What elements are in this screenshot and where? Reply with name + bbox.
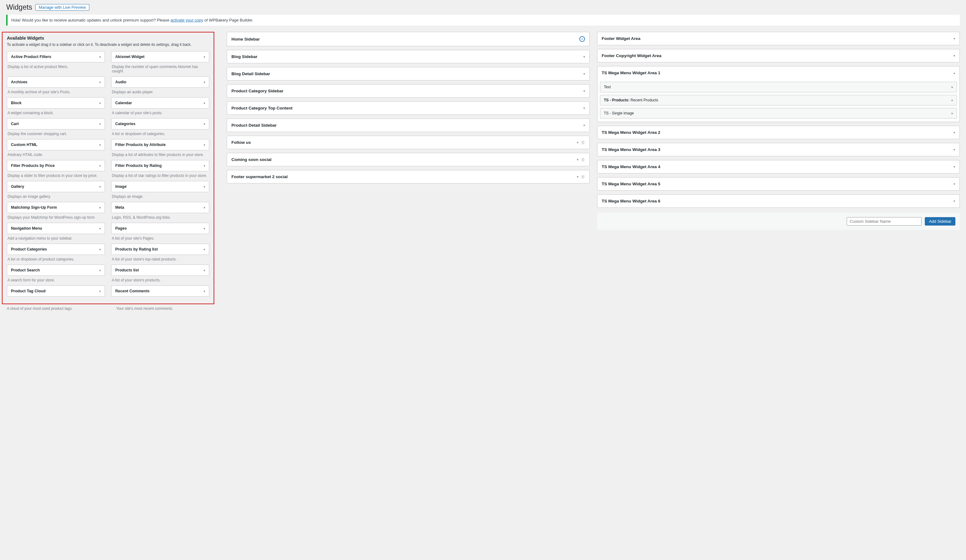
chevron-down-icon: ▾ (583, 124, 585, 127)
sidebar-area: Blog Detail Sidebar▾ (227, 67, 590, 80)
widget-item[interactable]: Block▾ (7, 97, 105, 108)
custom-sidebar-name-input[interactable] (847, 217, 922, 226)
sidebar-title: TS Mega Menu Widget Area 6 (602, 199, 660, 203)
sidebar-header[interactable]: Coming soon social▾🗑 (227, 153, 589, 166)
sidebar-header[interactable]: TS Mega Menu Widget Area 4▾ (598, 160, 960, 173)
chevron-down-icon: ▾ (204, 227, 205, 230)
inner-widget-title: TS - Products: Recent Products (604, 98, 658, 102)
sidebar-area: TS Mega Menu Widget Area 3▾ (597, 143, 960, 156)
sidebar-header[interactable]: Product Category Top Content▾ (227, 102, 589, 115)
widget-item[interactable]: Product Search▾ (7, 265, 105, 276)
trash-icon[interactable]: 🗑 (581, 157, 585, 162)
widget-desc: Display the number of spam comments Akis… (111, 65, 209, 73)
widget-item[interactable]: Filter Products by Rating▾ (111, 160, 209, 171)
widget-name: Pages (115, 226, 127, 231)
sidebar-title: Product Category Top Content (232, 106, 292, 110)
widget-item[interactable]: Archives▾ (7, 77, 105, 88)
widget-item[interactable]: Products by Rating list▾ (111, 244, 209, 255)
widget-item[interactable]: Recent Comments▾ (111, 285, 209, 297)
widget-item[interactable]: Calendar▾ (111, 97, 209, 108)
sidebar-header[interactable]: TS Mega Menu Widget Area 3▾ (598, 143, 960, 156)
widget-item[interactable]: Product Categories▾ (7, 244, 105, 255)
widget-name: Audio (115, 80, 126, 84)
chevron-down-icon: ▾ (953, 199, 955, 203)
widget-item[interactable]: Active Product Filters▾ (7, 51, 105, 62)
widget-desc: A widget containing a block. (7, 111, 105, 115)
chevron-down-icon: ▾ (204, 122, 205, 126)
chevron-down-icon: ▾ (577, 175, 578, 178)
chevron-down-icon: ▾ (204, 269, 205, 272)
widget-name: Mailchimp Sign-Up Form (11, 205, 57, 210)
sidebar-header[interactable]: TS Mega Menu Widget Area 2▾ (598, 126, 960, 139)
widget-desc: A list or dropdown of categories. (111, 132, 209, 136)
widget-desc: A list of your store's products. (111, 278, 209, 282)
widget-item[interactable]: Gallery▾ (7, 181, 105, 192)
chevron-down-icon: ▾ (204, 102, 205, 105)
widget-name: Custom HTML (11, 142, 38, 147)
widget-item[interactable]: Mailchimp Sign-Up Form▾ (7, 202, 105, 213)
widget-item[interactable]: Categories▾ (111, 118, 209, 129)
sidebar-header[interactable]: Blog Sidebar▾ (227, 50, 589, 63)
widget-desc: Display a list of star ratings to filter… (111, 174, 209, 178)
sidebar-title: TS Mega Menu Widget Area 1 (602, 70, 660, 75)
sidebar-header[interactable]: Footer supermarket 2 social▾🗑 (227, 170, 589, 183)
chevron-down-icon: ▾ (99, 122, 101, 126)
manage-live-preview-button[interactable]: Manage with Live Preview (35, 4, 89, 11)
widget-item[interactable]: Cart▾ (7, 118, 105, 129)
sidebar-header[interactable]: Follow us▾🗑 (227, 136, 589, 149)
widget-item[interactable]: Navigation Menu▾ (7, 223, 105, 234)
add-sidebar-button[interactable]: Add Sidebar (925, 217, 955, 226)
available-widgets-panel: Available Widgets To activate a widget d… (2, 32, 214, 304)
chevron-down-icon: ▾ (99, 185, 101, 188)
widget-item[interactable]: Audio▾ (111, 77, 209, 88)
available-widgets-title: Available Widgets (7, 36, 209, 41)
trash-icon[interactable]: 🗑 (581, 140, 585, 145)
sidebar-header[interactable]: Home Sidebar▾ (227, 32, 589, 46)
sidebar-title: Product Detail Sidebar (232, 123, 277, 128)
chevron-down-icon: ▾ (951, 85, 953, 89)
sidebar-area: Coming soon social▾🗑 (227, 153, 590, 166)
sidebar-widget-item[interactable]: TS - Products: Recent Products▾ (600, 95, 957, 105)
activate-link[interactable]: activate your copy (171, 18, 203, 23)
sidebar-header[interactable]: TS Mega Menu Widget Area 1 ▴ (598, 66, 960, 79)
widget-item[interactable]: Akismet Widget▾ (111, 51, 209, 62)
sidebar-title: Footer Copyright Widget Area (602, 53, 662, 58)
widget-desc: A calendar of your site's posts. (111, 111, 209, 115)
widget-item[interactable]: Product Tag Cloud▾ (7, 285, 105, 297)
widget-item[interactable]: Custom HTML▾ (7, 139, 105, 151)
widget-desc: Arbitrary HTML code. (7, 152, 105, 157)
widget-name: Filter Products by Price (11, 164, 55, 168)
sidebar-title: Footer supermarket 2 social (232, 174, 288, 179)
widget-name: Meta (115, 205, 124, 210)
widget-item[interactable]: Filter Products by Price▾ (7, 160, 105, 171)
sidebar-widget-item[interactable]: TS - Single Image▾ (600, 108, 957, 119)
widget-item[interactable]: Filter Products by Attribute▾ (111, 139, 209, 151)
widget-name: Product Categories (11, 247, 47, 251)
trash-icon[interactable]: 🗑 (581, 174, 585, 179)
sidebar-header[interactable]: Footer Copyright Widget Area▾ (598, 49, 960, 62)
sidebar-header[interactable]: Footer Widget Area▾ (598, 32, 960, 45)
widget-desc: Display a list of active product filters… (7, 65, 105, 69)
sidebar-title: TS Mega Menu Widget Area 4 (602, 164, 660, 169)
sidebar-title: Blog Sidebar (232, 54, 257, 59)
chevron-down-icon: ▾ (99, 143, 101, 147)
widget-desc: Display a list of attributes to filter p… (111, 152, 209, 157)
chevron-down-icon: ▾ (577, 141, 578, 144)
widget-desc: A list of your store's top-rated product… (111, 257, 209, 262)
widget-item[interactable]: Meta▾ (111, 202, 209, 213)
widget-item[interactable]: Products list▾ (111, 265, 209, 276)
sidebar-header[interactable]: TS Mega Menu Widget Area 6▾ (598, 195, 960, 208)
sidebar-header[interactable]: Product Detail Sidebar▾ (227, 119, 589, 132)
sidebar-widget-item[interactable]: Text▾ (600, 82, 957, 92)
widget-item[interactable]: Image▾ (111, 181, 209, 192)
chevron-down-icon: ▾ (99, 290, 101, 293)
widget-desc-overflow-right: Your site's most recent comments. (111, 306, 214, 311)
sidebar-header[interactable]: TS Mega Menu Widget Area 5▾ (598, 177, 960, 190)
sidebar-header[interactable]: Blog Detail Sidebar▾ (227, 67, 589, 80)
widget-name: Navigation Menu (11, 226, 42, 231)
page-title: Widgets (6, 3, 32, 11)
widget-name: Image (115, 184, 127, 189)
sidebar-header[interactable]: Product Category Sidebar▾ (227, 85, 589, 97)
widget-item[interactable]: Pages▾ (111, 223, 209, 234)
chevron-down-icon: ▾ (583, 106, 585, 110)
